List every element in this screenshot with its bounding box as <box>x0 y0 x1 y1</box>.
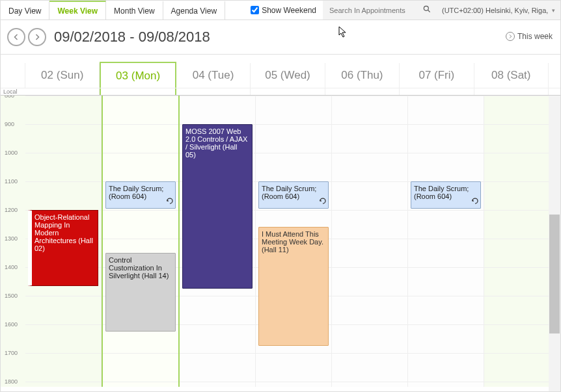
appointment[interactable]: The Daily Scrum; (Room 604) <box>105 181 176 209</box>
appointment[interactable]: I Must Attend This Meeting Week Day. (Ha… <box>258 227 329 346</box>
day-column[interactable]: Object-Relational Mapping In Modern Arch… <box>25 96 102 387</box>
appointment[interactable]: Control Customization In Silverlight (Ha… <box>105 253 176 332</box>
search-icon[interactable] <box>422 5 431 16</box>
day-header-wed[interactable]: 05 (Wed) <box>251 63 325 88</box>
recurrence-icon <box>319 197 327 207</box>
day-headers: 02 (Sun) 03 (Mon) 04 (Tue) 05 (Wed) 06 (… <box>1 63 560 88</box>
time-label: 1200 <box>5 207 18 213</box>
time-label: 1300 <box>5 235 18 242</box>
search-box[interactable] <box>323 1 437 20</box>
day-column[interactable] <box>332 96 408 387</box>
tab-day-view[interactable]: Day View <box>1 1 49 20</box>
appointment-title: The Daily Scrum; (Room 604) <box>109 185 172 200</box>
appointment-title: Control Customization In Silverlight (Ha… <box>109 256 172 280</box>
day-header-sat[interactable]: 08 (Sat) <box>474 63 549 88</box>
date-range-label: 09/02/2018 - 09/08/2018 <box>54 29 210 46</box>
time-label: 800 <box>5 96 14 99</box>
day-header-thu[interactable]: 06 (Thu) <box>325 63 400 88</box>
day-header-tue[interactable]: 04 (Tue) <box>176 63 251 88</box>
appointment-title: MOSS 2007 Web 2.0 Controls / AJAX / Silv… <box>185 127 249 159</box>
day-column[interactable]: The Daily Scrum; (Room 604)I Must Attend… <box>256 96 332 387</box>
time-gutter: 0001002003004005006007008009001000110012… <box>1 96 25 387</box>
time-label: 1500 <box>5 293 18 299</box>
time-label: 1800 <box>5 378 18 385</box>
recurrence-icon <box>166 197 174 207</box>
timezone-label: (UTC+02:00) Helsinki, Kyiv, Riga, <box>442 7 549 14</box>
time-label: 1700 <box>5 350 18 356</box>
this-week-label: This week <box>517 32 553 41</box>
time-label: 1400 <box>5 264 18 270</box>
allday-row: Local <box>1 88 560 96</box>
calendar-grid[interactable]: 0001002003004005006007008009001000110012… <box>1 96 560 387</box>
tab-agenda-view[interactable]: Agenda View <box>163 1 226 20</box>
time-label: 1000 <box>5 150 18 156</box>
search-input[interactable] <box>328 6 419 15</box>
chevron-down-icon: ▾ <box>552 7 555 14</box>
day-column[interactable]: The Daily Scrum; (Room 604)Control Custo… <box>102 96 180 387</box>
tab-month-view[interactable]: Month View <box>106 1 163 20</box>
appointment[interactable]: The Daily Scrum; (Room 604) <box>258 181 329 209</box>
toolbar: Day View Week View Month View Agenda Vie… <box>1 1 560 20</box>
show-weekend-label: Show Weekend <box>262 6 316 15</box>
time-label: 1600 <box>5 321 18 328</box>
timezone-selector[interactable]: (UTC+02:00) Helsinki, Kyiv, Riga, ▾ <box>437 1 560 20</box>
day-header-mon[interactable]: 03 (Mon) <box>100 62 176 88</box>
appointment-title: I Must Attend This Meeting Week Day. (Ha… <box>262 230 325 254</box>
day-header-sun[interactable]: 02 (Sun) <box>25 63 100 88</box>
show-weekend-checkbox[interactable] <box>251 6 259 14</box>
scrollbar-thumb[interactable] <box>549 215 560 333</box>
appointment-title: The Daily Scrum; (Room 604) <box>262 185 325 200</box>
date-navigation: 09/02/2018 - 09/08/2018 This week <box>1 20 560 54</box>
calendar: 02 (Sun) 03 (Mon) 04 (Tue) 05 (Wed) 06 (… <box>1 54 560 391</box>
appointment-title: Object-Relational Mapping In Modern Arch… <box>34 213 95 252</box>
local-label: Local <box>1 88 25 95</box>
this-week-icon <box>506 32 515 41</box>
svg-line-1 <box>428 10 430 12</box>
view-tabs: Day View Week View Month View Agenda Vie… <box>1 1 225 20</box>
day-column[interactable]: The Daily Scrum; (Room 604) <box>408 96 484 387</box>
day-header-fri[interactable]: 07 (Fri) <box>400 63 474 88</box>
prev-week-button[interactable] <box>7 28 25 46</box>
appointment[interactable]: MOSS 2007 Web 2.0 Controls / AJAX / Silv… <box>182 124 253 289</box>
this-week-button[interactable]: This week <box>506 32 553 41</box>
day-column[interactable]: MOSS 2007 Web 2.0 Controls / AJAX / Silv… <box>180 96 256 387</box>
next-week-button[interactable] <box>28 28 46 46</box>
tab-week-view[interactable]: Week View <box>49 1 106 20</box>
svg-point-0 <box>424 6 428 10</box>
time-label: 1100 <box>5 178 18 185</box>
appointment-title: The Daily Scrum; (Room 604) <box>414 185 478 200</box>
appointment[interactable]: The Daily Scrum; (Room 604) <box>411 181 481 209</box>
appointment[interactable]: Object-Relational Mapping In Modern Arch… <box>28 210 98 286</box>
show-weekend-toggle[interactable]: Show Weekend <box>244 1 323 20</box>
time-label: 900 <box>5 121 14 127</box>
scrollbar[interactable] <box>549 96 560 391</box>
recurrence-icon <box>471 197 479 207</box>
